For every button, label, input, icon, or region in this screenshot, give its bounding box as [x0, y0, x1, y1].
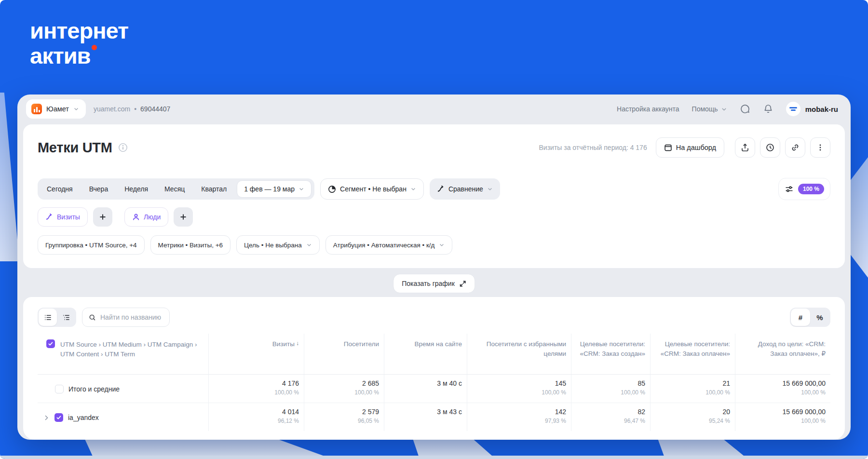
account-settings-link[interactable]: Настройка аккаунта: [617, 105, 679, 113]
column-goal-created[interactable]: Целевые посетители: «CRM: Заказ создан»: [571, 334, 650, 374]
export-icon: [741, 143, 749, 152]
period-yesterday[interactable]: Вчера: [81, 185, 117, 193]
list-icon: [44, 313, 52, 322]
page-background: интернет актив Юамет yuamet.com • 690444…: [0, 0, 868, 459]
expand-row-icon[interactable]: [43, 415, 50, 421]
chevron-down-icon: [721, 106, 727, 112]
segment-selector[interactable]: Сегмент • Не выбран: [320, 178, 424, 200]
column-visits[interactable]: Визиты↓: [208, 334, 304, 374]
bell-icon[interactable]: [763, 104, 773, 114]
history-button[interactable]: [760, 137, 780, 158]
info-icon[interactable]: [118, 143, 128, 152]
sampling-control[interactable]: 100 %: [778, 178, 830, 200]
period-selector: Сегодня Вчера Неделя Месяц Квартал 1 фев…: [38, 178, 314, 200]
column-goal-paid[interactable]: Целевые посетители: «CRM: Заказ оплачен»: [650, 334, 735, 374]
bottom-edge-bar: [0, 456, 868, 459]
sampling-badge: 100 %: [798, 184, 824, 194]
metric-tab-visits[interactable]: Визиты: [38, 207, 88, 227]
table-row-ia-yandex: ia_yandex 4 01496,12 % 2 57996,05 % 3 м …: [38, 403, 830, 431]
page-title: Метки UTM: [38, 140, 112, 156]
metrica-logo-icon: [31, 104, 42, 114]
add-to-dashboard-button[interactable]: На дашборд: [656, 137, 724, 158]
check-icon: [56, 415, 62, 420]
segment-pie-icon: [328, 185, 336, 193]
chevron-down-icon: [487, 186, 493, 192]
plus-icon: [99, 213, 107, 221]
utm-table: UTM Source › UTM Medium › UTM Campaign ›…: [38, 334, 830, 431]
domain-separator: •: [134, 105, 136, 113]
attribution-chip[interactable]: Атрибуция • Автоматическая • к/д: [326, 235, 453, 255]
add-people-metric-button[interactable]: [174, 207, 193, 227]
metric-tab-people[interactable]: Люди: [124, 207, 168, 227]
tree-list-icon: [62, 313, 70, 322]
report-controls-card: Метки UTM Визиты за отчётный период: 4 1…: [23, 124, 845, 268]
chevron-down-icon: [410, 186, 416, 192]
clock-icon: [766, 143, 774, 152]
plus-icon: [179, 213, 187, 221]
brand-dot: [92, 45, 97, 50]
search-input[interactable]: [100, 313, 163, 321]
tree-view-button[interactable]: [57, 309, 75, 326]
row-name[interactable]: ia_yandex: [68, 414, 99, 421]
counter-domain[interactable]: yuamet.com: [94, 105, 130, 113]
chat-icon[interactable]: [740, 104, 750, 114]
column-time-on-site[interactable]: Время на сайте: [384, 334, 467, 374]
avatar[interactable]: [786, 102, 800, 116]
column-visitors-with-goals[interactable]: Посетители с избранными целями: [467, 334, 571, 374]
user-login[interactable]: mobak-ru: [805, 105, 838, 113]
number-format-toggle: # %: [790, 308, 830, 327]
metrics-chip[interactable]: Метрики • Визиты, +6: [150, 235, 231, 255]
brand-logo: интернет актив: [30, 18, 128, 68]
more-menu-button[interactable]: [810, 137, 830, 158]
percents-format-button[interactable]: %: [810, 309, 829, 326]
table-row-totals: Итого и средние 4 176100,00 % 2 685100,0…: [38, 375, 830, 403]
share-link-button[interactable]: [785, 137, 805, 158]
sliders-icon: [785, 185, 794, 194]
goal-chip[interactable]: Цель • Не выбрана: [236, 235, 320, 255]
table-search: [82, 308, 170, 327]
row-name: Итого и средние: [68, 385, 120, 393]
counter-domain-info: yuamet.com • 69044407: [94, 105, 170, 113]
chevron-down-icon: [306, 242, 312, 248]
numbers-format-button[interactable]: #: [791, 309, 810, 326]
search-icon: [89, 313, 96, 322]
view-toggle: [38, 308, 76, 327]
dashboard-icon: [664, 144, 672, 152]
link-icon: [791, 143, 800, 152]
row-checkbox[interactable]: [54, 413, 63, 422]
export-button[interactable]: [735, 137, 755, 158]
counter-switcher[interactable]: Юамет: [26, 99, 86, 119]
check-icon: [48, 341, 54, 347]
grouping-chip[interactable]: Группировка • UTM Source, +4: [38, 235, 145, 255]
date-range-picker[interactable]: 1 фев — 19 мар: [237, 180, 312, 198]
report-table-card: # % UTM Source › UTM Medium › UTM Campai…: [23, 297, 845, 440]
help-menu[interactable]: Помощь: [692, 105, 727, 113]
column-visitors[interactable]: Посетители: [304, 334, 384, 374]
show-chart-button[interactable]: Показать график: [393, 274, 475, 293]
table-header-row: UTM Source › UTM Medium › UTM Campaign ›…: [38, 334, 830, 375]
add-visits-metric-button[interactable]: [93, 207, 112, 227]
brand-line1: интернет: [30, 18, 128, 43]
person-icon: [132, 213, 140, 221]
expand-icon: [459, 280, 466, 287]
flat-list-view-button[interactable]: [39, 309, 57, 326]
brand-line2: актив: [30, 43, 90, 68]
compare-icon: [437, 185, 445, 193]
row-checkbox[interactable]: [55, 385, 64, 393]
counter-name: Юамет: [46, 105, 69, 113]
period-today[interactable]: Сегодня: [39, 185, 81, 193]
sort-desc-icon: ↓: [296, 339, 299, 348]
counter-id: 69044407: [140, 105, 170, 113]
chevron-down-icon: [298, 186, 304, 192]
select-all-checkbox[interactable]: [46, 339, 55, 348]
comparison-selector[interactable]: Сравнение: [430, 178, 500, 200]
column-revenue[interactable]: Доход по цели: «CRM: Заказ оплачен», ₽: [735, 334, 830, 374]
kebab-icon: [816, 143, 825, 152]
period-month[interactable]: Месяц: [156, 185, 193, 193]
window-header: Юамет yuamet.com • 69044407 Настройка ак…: [17, 94, 851, 123]
period-week[interactable]: Неделя: [116, 185, 156, 193]
visits-icon: [45, 213, 53, 221]
column-grouping[interactable]: UTM Source › UTM Medium › UTM Campaign ›…: [60, 339, 200, 359]
chevron-down-icon: [73, 106, 79, 112]
period-quarter[interactable]: Квартал: [193, 185, 235, 193]
